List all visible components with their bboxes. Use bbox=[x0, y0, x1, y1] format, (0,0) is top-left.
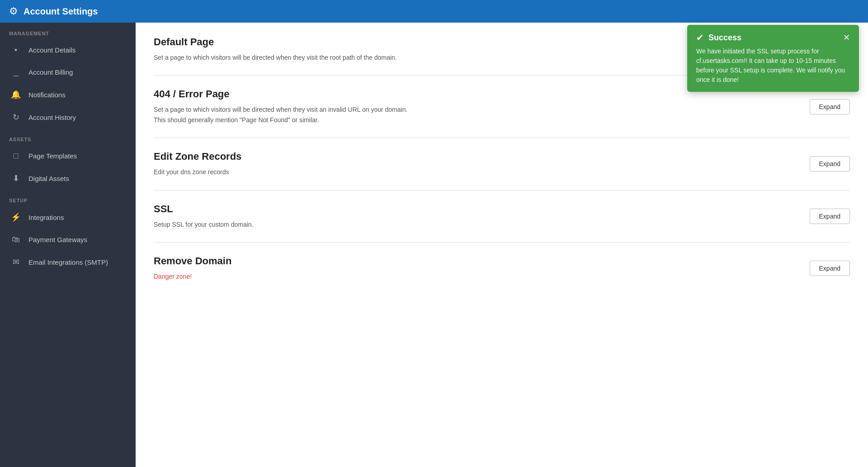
ssl-header: SSL Setup SSL for your custom domain. Ex… bbox=[154, 203, 850, 229]
check-icon: ✔ bbox=[696, 32, 704, 43]
page-icon: □ bbox=[10, 151, 21, 161]
sidebar-item-digital-assets[interactable]: ⬇ Digital Assets bbox=[0, 167, 136, 190]
app-header: ⚙ Account Settings bbox=[0, 0, 868, 23]
download-icon: ⬇ bbox=[10, 173, 21, 183]
toast-close-button[interactable]: ✕ bbox=[843, 33, 850, 42]
plug-icon: ⚡ bbox=[10, 212, 21, 222]
sidebar-item-integrations[interactable]: ⚡ Integrations bbox=[0, 206, 136, 229]
zone-records-header: Edit Zone Records Edit your dns zone rec… bbox=[154, 151, 850, 177]
ssl-section: SSL Setup SSL for your custom domain. Ex… bbox=[154, 203, 850, 243]
sidebar-item-notifications[interactable]: 🔔 Notifications bbox=[0, 83, 136, 106]
sidebar-item-label: Account Details bbox=[28, 46, 75, 54]
toast-body: We have initiated the SSL setup process … bbox=[696, 47, 850, 85]
app-title: Account Settings bbox=[24, 6, 98, 17]
setup-section-label: Setup bbox=[0, 190, 136, 206]
toast-title: Success bbox=[708, 33, 741, 43]
email-icon: ✉ bbox=[10, 257, 21, 267]
remove-domain-title: Remove Domain bbox=[154, 255, 231, 267]
sidebar-item-label: Payment Gateways bbox=[28, 236, 87, 243]
history-icon: ↻ bbox=[10, 112, 21, 122]
success-toast: ✔ Success ✕ We have initiated the SSL se… bbox=[687, 25, 859, 92]
error-page-title: 404 / Error Page bbox=[154, 88, 407, 100]
billing-icon: ⎯ bbox=[10, 67, 21, 77]
ssl-desc: Setup SSL for your custom domain. bbox=[154, 219, 253, 229]
default-page-title: Default Page bbox=[154, 36, 397, 48]
sidebar-item-email-integrations[interactable]: ✉ Email Integrations (SMTP) bbox=[0, 251, 136, 273]
error-page-desc: Set a page to which visitors will be dir… bbox=[154, 105, 407, 125]
remove-domain-section: Remove Domain Danger zone! Expand bbox=[154, 255, 850, 294]
assets-section-label: Assets bbox=[0, 129, 136, 145]
remove-domain-expand-button[interactable]: Expand bbox=[810, 261, 850, 276]
sidebar-item-label: Digital Assets bbox=[28, 175, 69, 182]
sidebar-item-account-details[interactable]: ▪ Account Details bbox=[0, 39, 136, 61]
toast-header: ✔ Success ✕ bbox=[696, 32, 850, 43]
cart-icon: 🛍 bbox=[10, 235, 21, 244]
bell-icon: 🔔 bbox=[10, 90, 21, 100]
management-section-label: Management bbox=[0, 23, 136, 39]
zone-records-title: Edit Zone Records bbox=[154, 151, 241, 162]
toast-title-row: ✔ Success bbox=[696, 32, 741, 43]
sidebar-item-label: Integrations bbox=[28, 214, 64, 221]
zone-records-section: Edit Zone Records Edit your dns zone rec… bbox=[154, 151, 850, 190]
error-page-header: 404 / Error Page Set a page to which vis… bbox=[154, 88, 850, 125]
gear-icon: ⚙ bbox=[9, 5, 18, 17]
error-page-expand-button[interactable]: Expand bbox=[810, 99, 850, 114]
remove-domain-desc: Danger zone! bbox=[154, 272, 231, 281]
sidebar-item-account-history[interactable]: ↻ Account History bbox=[0, 106, 136, 129]
remove-domain-header: Remove Domain Danger zone! Expand bbox=[154, 255, 850, 281]
sidebar-item-label: Account Billing bbox=[28, 68, 73, 76]
sidebar-item-label: Account History bbox=[28, 114, 76, 121]
sidebar-item-payment-gateways[interactable]: 🛍 Payment Gateways bbox=[0, 229, 136, 251]
ssl-title: SSL bbox=[154, 203, 253, 215]
sidebar: Management ▪ Account Details ⎯ Account B… bbox=[0, 23, 136, 467]
default-page-desc: Set a page to which visitors will be dir… bbox=[154, 52, 397, 62]
zone-records-desc: Edit your dns zone records bbox=[154, 167, 241, 177]
sidebar-item-account-billing[interactable]: ⎯ Account Billing bbox=[0, 61, 136, 83]
building-icon: ▪ bbox=[10, 45, 21, 55]
sidebar-item-page-templates[interactable]: □ Page Templates bbox=[0, 145, 136, 167]
error-page-section: 404 / Error Page Set a page to which vis… bbox=[154, 88, 850, 138]
zone-records-expand-button[interactable]: Expand bbox=[810, 156, 850, 172]
ssl-expand-button[interactable]: Expand bbox=[810, 209, 850, 224]
sidebar-item-label: Page Templates bbox=[28, 152, 77, 160]
sidebar-item-label: Notifications bbox=[28, 91, 66, 99]
sidebar-item-label: Email Integrations (SMTP) bbox=[28, 258, 108, 266]
